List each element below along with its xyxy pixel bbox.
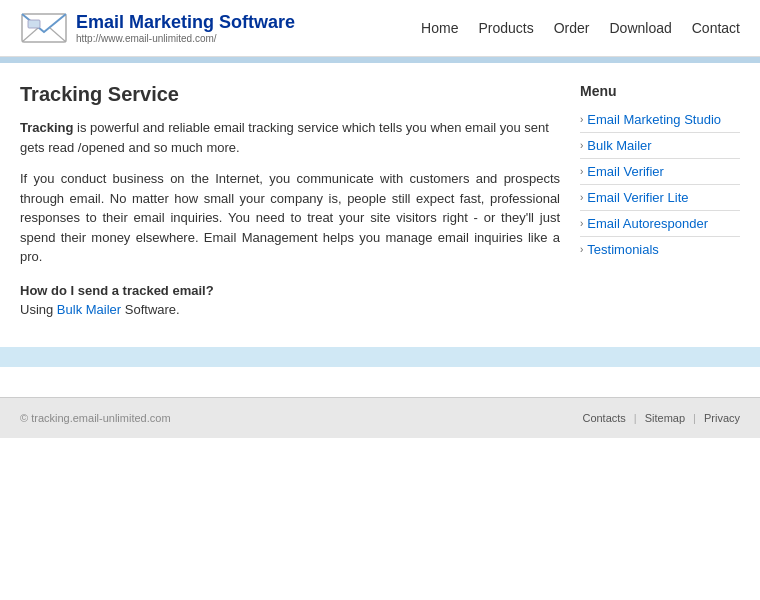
- sidebar-item-bulk-mailer[interactable]: › Bulk Mailer: [580, 133, 740, 159]
- sidebar-link-email-marketing-studio[interactable]: Email Marketing Studio: [587, 112, 721, 127]
- body-text: If you conduct business on the Internet,…: [20, 169, 560, 267]
- footer-sep-1: |: [634, 412, 637, 424]
- chevron-right-icon: ›: [580, 140, 583, 151]
- header: Email Marketing Software http://www.emai…: [0, 0, 760, 57]
- spacer: [0, 367, 760, 397]
- logo-icon: [20, 10, 68, 46]
- how-to-title: How do I send a tracked email?: [20, 283, 560, 298]
- how-to-suffix: Software.: [121, 302, 180, 317]
- chevron-right-icon: ›: [580, 166, 583, 177]
- sidebar-link-testimonials[interactable]: Testimonials: [587, 242, 659, 257]
- footer-privacy-link[interactable]: Privacy: [704, 412, 740, 424]
- intro-bold: Tracking: [20, 120, 73, 135]
- how-to-text: Using Bulk Mailer Software.: [20, 302, 560, 317]
- chevron-right-icon: ›: [580, 192, 583, 203]
- chevron-right-icon: ›: [580, 114, 583, 125]
- logo-url: http://www.email-unlimited.com/: [76, 33, 295, 44]
- svg-rect-3: [28, 20, 40, 28]
- page-title: Tracking Service: [20, 83, 560, 106]
- sidebar-item-email-verifier[interactable]: › Email Verifier: [580, 159, 740, 185]
- sidebar-link-bulk-mailer[interactable]: Bulk Mailer: [587, 138, 651, 153]
- footer: © tracking.email-unlimited.com Contacts …: [0, 397, 760, 438]
- sidebar: Menu › Email Marketing Studio › Bulk Mai…: [580, 83, 740, 317]
- sidebar-link-email-verifier-lite[interactable]: Email Verifier Lite: [587, 190, 688, 205]
- how-to-prefix: Using: [20, 302, 57, 317]
- nav-order[interactable]: Order: [554, 20, 590, 36]
- logo-text-group: Email Marketing Software http://www.emai…: [76, 12, 295, 44]
- nav-contact[interactable]: Contact: [692, 20, 740, 36]
- sidebar-item-email-verifier-lite[interactable]: › Email Verifier Lite: [580, 185, 740, 211]
- logo-title: Email Marketing Software: [76, 12, 295, 33]
- bulk-mailer-link[interactable]: Bulk Mailer: [57, 302, 121, 317]
- sidebar-item-email-autoresponder[interactable]: › Email Autoresponder: [580, 211, 740, 237]
- footer-copyright: © tracking.email-unlimited.com: [20, 412, 171, 424]
- nav-products[interactable]: Products: [478, 20, 533, 36]
- footer-links: Contacts | Sitemap | Privacy: [582, 412, 740, 424]
- nav-download[interactable]: Download: [609, 20, 671, 36]
- footer-contacts-link[interactable]: Contacts: [582, 412, 625, 424]
- chevron-right-icon: ›: [580, 244, 583, 255]
- intro-rest: is powerful and reliable email tracking …: [20, 120, 549, 155]
- sidebar-menu-title: Menu: [580, 83, 740, 99]
- sidebar-link-email-verifier[interactable]: Email Verifier: [587, 164, 664, 179]
- nav: Home Products Order Download Contact: [421, 20, 740, 36]
- chevron-right-icon: ›: [580, 218, 583, 229]
- footer-sitemap-link[interactable]: Sitemap: [645, 412, 685, 424]
- logo-area: Email Marketing Software http://www.emai…: [20, 10, 295, 46]
- nav-home[interactable]: Home: [421, 20, 458, 36]
- sidebar-link-email-autoresponder[interactable]: Email Autoresponder: [587, 216, 708, 231]
- content-break: [0, 347, 760, 367]
- main-content: Tracking Service Tracking is powerful an…: [0, 63, 760, 337]
- footer-sep-2: |: [693, 412, 696, 424]
- sidebar-item-email-marketing-studio[interactable]: › Email Marketing Studio: [580, 107, 740, 133]
- content-area: Tracking Service Tracking is powerful an…: [20, 83, 560, 317]
- intro-text: Tracking is powerful and reliable email …: [20, 118, 560, 157]
- sidebar-item-testimonials[interactable]: › Testimonials: [580, 237, 740, 262]
